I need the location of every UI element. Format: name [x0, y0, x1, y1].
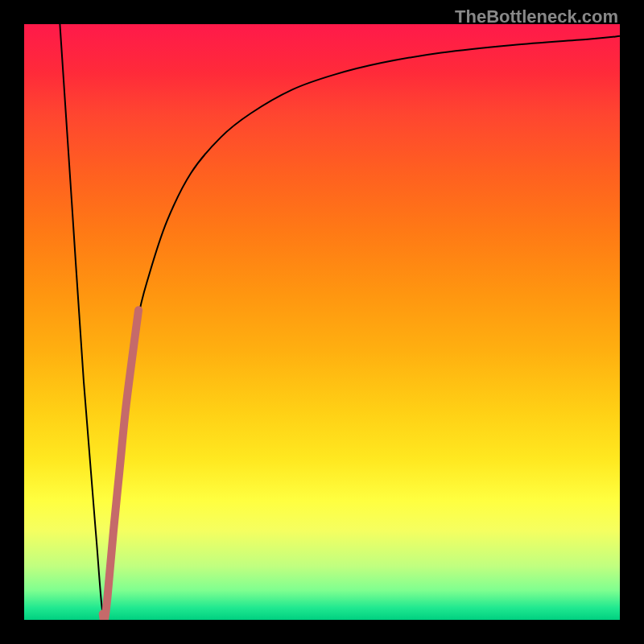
chart-curves	[24, 24, 620, 620]
highlight-segment-path	[103, 310, 138, 620]
chart-container: TheBottleneck.com	[0, 0, 644, 644]
watermark-text: TheBottleneck.com	[455, 6, 618, 27]
main-curve-path	[60, 24, 620, 620]
